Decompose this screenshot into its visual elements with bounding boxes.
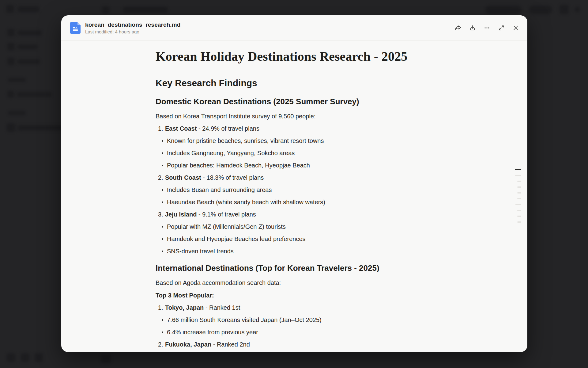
bullet-item: Includes Gangneung, Yangyang, Sokcho are… xyxy=(158,149,433,157)
share-button[interactable] xyxy=(454,24,462,32)
more-options-icon xyxy=(483,24,491,32)
heading-international: International Destinations (Top for Kore… xyxy=(156,263,433,273)
list-number: 2. xyxy=(158,174,165,182)
destination-stat: - 9.1% of travel plans xyxy=(197,211,256,218)
dimmed-sidebar-item-icon xyxy=(7,123,15,132)
outline-dash[interactable] xyxy=(517,192,521,194)
bullet-item: Popular with MZ (Millennials/Gen Z) tour… xyxy=(158,223,433,231)
expand-button[interactable] xyxy=(498,24,505,32)
dimmed-sidebar-item-label xyxy=(17,92,51,97)
bullet-item: Popular beaches: Hamdeok Beach, Hyeopjae… xyxy=(158,161,433,170)
outline-dash[interactable] xyxy=(517,221,521,223)
bullet-item: Haeundae Beach (white sandy beach with s… xyxy=(158,198,433,206)
destination-name: Tokyo, Japan xyxy=(165,304,204,311)
list-item: 2. South Coast - 18.3% of travel plans I… xyxy=(158,174,433,206)
dimmed-topbar-icon xyxy=(102,6,109,13)
dimmed-topbar-button-1 xyxy=(485,6,522,14)
last-modified: Last modified: 4 hours ago xyxy=(85,29,180,34)
domestic-intro: Based on Korea Transport Institute surve… xyxy=(156,112,433,121)
destination-stat: - Ranked 1st xyxy=(204,304,240,311)
outline-dash[interactable] xyxy=(515,175,521,176)
markdown-document: Korean Holiday Destinations Research - 2… xyxy=(156,40,433,349)
bullet-item: Known for pristine beaches, sunrises, vi… xyxy=(158,137,433,145)
bullet-item: Includes Busan and surrounding areas xyxy=(158,186,433,194)
destination-stat: - 24.9% of travel plans xyxy=(197,125,259,132)
destination-name: Fukuoka, Japan xyxy=(165,341,211,348)
more-options-button[interactable] xyxy=(483,24,491,32)
top3-subhead: Top 3 Most Popular: xyxy=(156,291,433,300)
close-icon xyxy=(512,24,519,32)
close-button[interactable] xyxy=(512,24,519,32)
outline-dash[interactable] xyxy=(517,216,521,217)
outline-dash[interactable] xyxy=(515,169,521,170)
expand-icon xyxy=(498,24,505,32)
list-number: 1. xyxy=(158,304,165,312)
list-item: 2. Fukuoka, Japan - Ranked 2nd xyxy=(158,340,433,349)
bullet-item: 7.66 million South Koreans visited Japan… xyxy=(158,316,433,324)
dimmed-sidebar-item-icon xyxy=(7,43,15,50)
dimmed-sidebar-item-icon xyxy=(7,58,15,65)
document-title: Korean Holiday Destinations Research - 2… xyxy=(156,48,433,64)
dimmed-sidebar-item-label xyxy=(18,30,42,35)
destination-name: Jeju Island xyxy=(165,211,197,218)
international-intro: Based on Agoda accommodation search data… xyxy=(156,279,433,287)
list-item: 1. East Coast - 24.9% of travel plans Kn… xyxy=(158,125,433,170)
international-list: 1. Tokyo, Japan - Ranked 1st 7.66 millio… xyxy=(156,304,433,349)
dimmed-sidebar-item-icon xyxy=(7,91,14,98)
heading-domestic: Domestic Korean Destinations (2025 Summe… xyxy=(156,96,433,107)
destination-name: South Coast xyxy=(165,174,201,181)
dimmed-app-logo-icon xyxy=(6,5,14,13)
domestic-list: 1. East Coast - 24.9% of travel plans Kn… xyxy=(156,125,433,255)
dimmed-sidebar-item-label xyxy=(18,44,37,49)
dimmed-app-logo-text xyxy=(18,6,39,12)
dimmed-topbar-title xyxy=(123,7,168,13)
dimmed-sidebar-section xyxy=(8,111,26,115)
download-button[interactable] xyxy=(469,24,476,32)
dimmed-bottom-icon xyxy=(7,353,15,362)
dimmed-topbar-button-2 xyxy=(529,6,552,14)
destination-stat: - 18.3% of travel plans xyxy=(201,174,264,181)
list-item: 3. Jeju Island - 9.1% of travel plans Po… xyxy=(158,210,433,255)
list-item: 1. Tokyo, Japan - Ranked 1st 7.66 millio… xyxy=(158,304,433,336)
outline-dash[interactable] xyxy=(517,210,521,211)
heading-key-findings: Key Research Findings xyxy=(156,77,433,89)
bullet-item: Hamdeok and Hyeopjae Beaches lead prefer… xyxy=(158,235,433,243)
dimmed-bottom-icon xyxy=(21,353,29,362)
list-number: 1. xyxy=(158,125,165,133)
outline-dash[interactable] xyxy=(517,198,521,199)
destination-stat: - Ranked 2nd xyxy=(211,341,250,348)
file-preview-modal: korean_destinations_research.md Last mod… xyxy=(61,15,527,352)
bullet-item: 6.4% increase from previous year xyxy=(158,328,433,336)
dimmed-sidebar-item-label xyxy=(18,59,40,64)
outline-dash[interactable] xyxy=(517,181,521,182)
dimmed-bottom-icon xyxy=(34,353,43,362)
dimmed-topbar-avatar xyxy=(575,7,580,12)
download-icon xyxy=(469,24,476,32)
list-number: 2. xyxy=(158,340,165,349)
document-viewer: Korean Holiday Destinations Research - 2… xyxy=(61,40,527,352)
file-meta: korean_destinations_research.md Last mod… xyxy=(85,21,180,34)
modal-header: korean_destinations_research.md Last mod… xyxy=(61,15,527,40)
share-icon xyxy=(454,24,462,32)
bullet-item: SNS-driven travel trends xyxy=(158,247,433,255)
outline-dash[interactable] xyxy=(515,204,521,205)
dimmed-sidebar-item-icon xyxy=(7,29,15,36)
outline-minimap[interactable] xyxy=(514,169,521,227)
destination-name: East Coast xyxy=(165,125,197,132)
dimmed-bottom-icon xyxy=(101,355,111,363)
list-number: 3. xyxy=(158,210,165,219)
outline-dash[interactable] xyxy=(517,186,521,188)
markdown-file-icon xyxy=(70,22,81,34)
dimmed-topbar-button-3 xyxy=(560,5,569,14)
file-name: korean_destinations_research.md xyxy=(85,21,180,28)
dimmed-sidebar-section xyxy=(8,78,26,82)
modal-actions xyxy=(454,24,519,32)
